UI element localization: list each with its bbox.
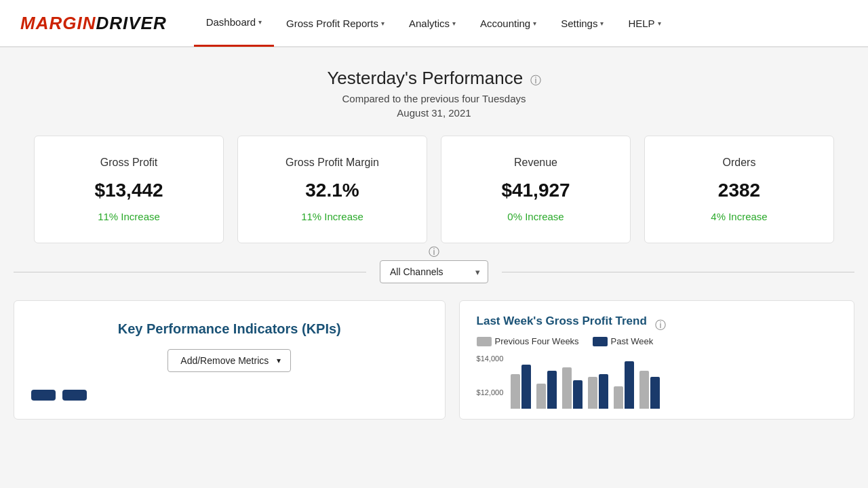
main-content: Yesterday's Performance ⓘ Compared to th… xyxy=(0,47,868,433)
header: MARGINDRIVER Dashboard ▾ Gross Profit Re… xyxy=(0,0,868,47)
bar-prev xyxy=(562,367,572,409)
kpi-cards-row: Gross Profit $13,442 11% Increase Gross … xyxy=(14,136,854,243)
chart-legend: Previous Four Weeks Past Week xyxy=(477,336,837,346)
nav-item-help[interactable]: HELP ▾ xyxy=(616,0,673,47)
channel-select[interactable]: All Channels Online In-Store Phone xyxy=(380,260,488,283)
kpi-card-revenue: Revenue $41,927 0% Increase xyxy=(441,136,631,243)
chevron-down-icon: ▾ xyxy=(533,20,536,27)
bar-past xyxy=(625,361,634,409)
bar-group xyxy=(536,371,557,409)
kpi-card-value: $41,927 xyxy=(455,180,616,201)
bar-group xyxy=(588,374,608,409)
add-remove-metrics-button[interactable]: Add/Remove Metrics ▾ xyxy=(167,349,291,372)
kpi-card-value: 32.1% xyxy=(252,180,413,201)
channel-select-wrap: All Channels Online In-Store Phone ▾ xyxy=(380,260,488,283)
nav-item-accounting[interactable]: Accounting ▾ xyxy=(468,0,549,47)
info-icon[interactable]: ⓘ xyxy=(530,75,541,86)
bar-past xyxy=(547,371,557,409)
bar-past xyxy=(521,365,531,409)
bar-prev xyxy=(536,384,546,409)
chevron-down-icon: ▾ xyxy=(258,18,262,26)
bar-group xyxy=(614,361,634,409)
nav-item-gross-profit-reports[interactable]: Gross Profit Reports ▾ xyxy=(274,0,397,47)
main-nav: Dashboard ▾ Gross Profit Reports ▾ Analy… xyxy=(194,0,673,47)
bar-prev xyxy=(588,377,597,409)
page-title-section: Yesterday's Performance ⓘ Compared to th… xyxy=(14,68,854,119)
kpi-card-change: 0% Increase xyxy=(455,211,616,222)
kpi-card-gross-profit-margin: Gross Profit Margin 32.1% 11% Increase xyxy=(237,136,427,243)
legend-swatch-prev xyxy=(477,337,492,346)
metric-button-2[interactable] xyxy=(62,390,87,401)
logo: MARGINDRIVER xyxy=(20,13,167,34)
bar-prev xyxy=(614,386,623,409)
bottom-panels: Key Performance Indicators (KPIs) Add/Re… xyxy=(14,300,854,420)
kpi-panel-title: Key Performance Indicators (KPIs) xyxy=(31,321,428,337)
channel-section: ⓘ All Channels Online In-Store Phone ▾ xyxy=(14,260,854,283)
bar-group xyxy=(511,365,531,409)
bar-past xyxy=(650,377,660,409)
chart-info-icon[interactable]: ⓘ xyxy=(655,319,666,333)
chevron-down-icon: ▾ xyxy=(277,356,281,365)
kpi-card-change: 4% Increase xyxy=(658,211,820,222)
kpi-card-title: Gross Profit Margin xyxy=(252,157,413,169)
kpi-card-value: $13,442 xyxy=(48,180,210,201)
bar-past xyxy=(599,374,608,409)
channel-info-icon[interactable]: ⓘ xyxy=(429,245,439,260)
chevron-down-icon: ▾ xyxy=(381,20,384,27)
metric-buttons-row xyxy=(31,390,428,401)
bar-prev xyxy=(639,371,649,409)
chevron-down-icon: ▾ xyxy=(658,20,661,27)
metric-button-1[interactable] xyxy=(31,390,56,401)
chevron-down-icon: ▾ xyxy=(452,20,456,27)
y-label-bottom: $12,000 xyxy=(477,388,504,396)
kpi-card-title: Revenue xyxy=(455,157,616,169)
legend-swatch-past xyxy=(593,337,608,346)
kpi-card-orders: Orders 2382 4% Increase xyxy=(644,136,834,243)
divider-left xyxy=(14,272,366,272)
bar-past xyxy=(573,380,583,409)
nav-item-dashboard[interactable]: Dashboard ▾ xyxy=(194,0,274,47)
divider-right xyxy=(502,272,854,272)
chart-panel: Last Week's Gross Profit Trend ⓘ Previou… xyxy=(459,300,854,420)
kpi-card-change: 11% Increase xyxy=(48,211,210,222)
date-label: August 31, 2021 xyxy=(14,107,854,119)
y-label-top: $14,000 xyxy=(477,354,504,363)
nav-item-analytics[interactable]: Analytics ▾ xyxy=(397,0,468,47)
kpi-card-value: 2382 xyxy=(658,180,820,201)
nav-item-settings[interactable]: Settings ▾ xyxy=(549,0,616,47)
bar-group xyxy=(562,367,583,409)
kpi-panel: Key Performance Indicators (KPIs) Add/Re… xyxy=(14,300,446,420)
chart-bars: $14,000 $12,000 xyxy=(477,354,837,409)
kpi-card-change: 11% Increase xyxy=(252,211,413,222)
comparison-subtitle: Compared to the previous four Tuesdays xyxy=(14,93,854,104)
chart-panel-title: Last Week's Gross Profit Trend xyxy=(477,314,647,328)
bar-group xyxy=(639,371,660,409)
chevron-down-icon: ▾ xyxy=(600,20,604,27)
kpi-card-title: Gross Profit xyxy=(48,157,210,169)
page-title: Yesterday's Performance ⓘ xyxy=(14,68,854,89)
logo-driver: DRIVER xyxy=(96,13,166,33)
kpi-card-title: Orders xyxy=(658,157,820,169)
kpi-card-gross-profit: Gross Profit $13,442 11% Increase xyxy=(34,136,224,243)
bar-prev xyxy=(511,374,520,409)
logo-margin: MARGIN xyxy=(20,13,96,33)
legend-item-prev: Previous Four Weeks xyxy=(477,336,579,346)
legend-item-past: Past Week xyxy=(593,336,654,346)
